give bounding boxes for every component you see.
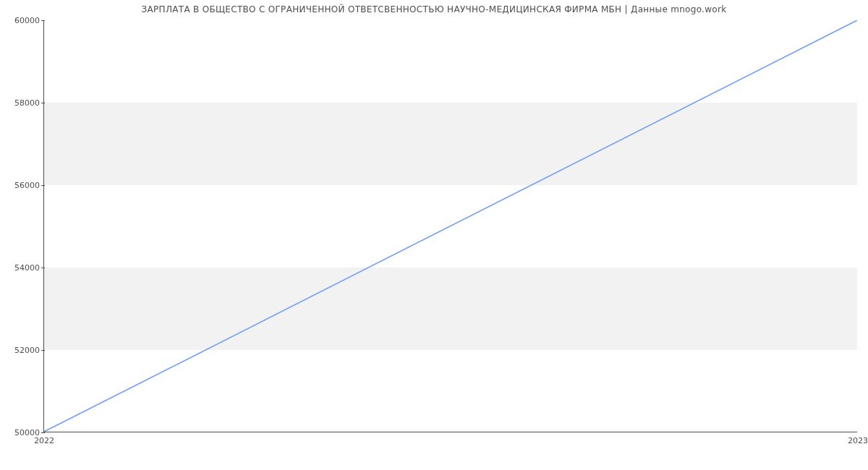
y-tick: 56000 bbox=[14, 181, 44, 190]
x-tick: 2022 bbox=[34, 436, 54, 445]
y-tick: 60000 bbox=[14, 16, 44, 25]
chart-container: ЗАРПЛАТА В ОБЩЕСТВО С ОГРАНИЧЕННОЙ ОТВЕТ… bbox=[0, 0, 868, 470]
grid-band bbox=[44, 103, 857, 185]
chart-title: ЗАРПЛАТА В ОБЩЕСТВО С ОГРАНИЧЕННОЙ ОТВЕТ… bbox=[0, 4, 868, 14]
y-tick: 54000 bbox=[14, 263, 44, 273]
plot-area: 50000520005400056000580006000020222023 bbox=[43, 20, 857, 432]
x-tick: 2023 bbox=[848, 436, 868, 445]
y-tick: 52000 bbox=[14, 346, 44, 355]
data-line bbox=[44, 20, 857, 432]
grid-band bbox=[44, 268, 857, 350]
y-tick: 58000 bbox=[14, 98, 44, 108]
